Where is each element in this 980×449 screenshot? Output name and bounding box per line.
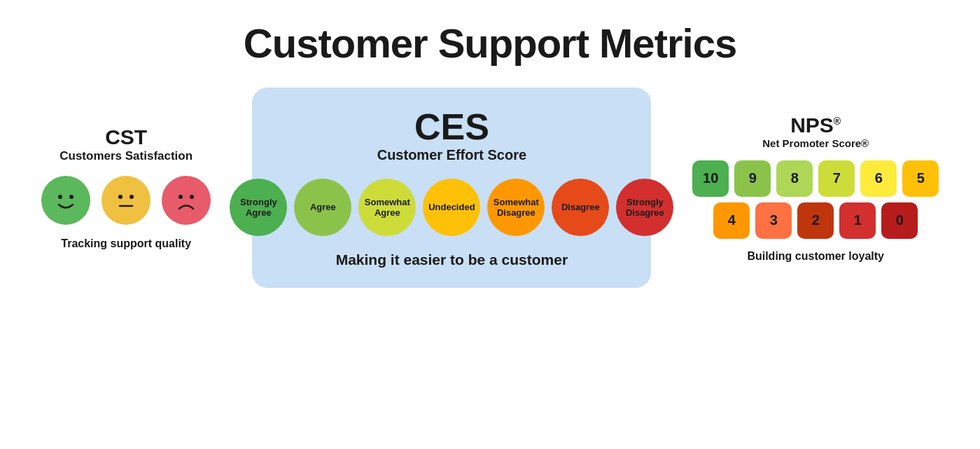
ces-circle: Somewhat Disagree: [487, 179, 545, 236]
cst-subtitle: Customers Satisfaction: [59, 149, 192, 163]
ces-circle: Strongly Agree: [230, 179, 287, 236]
nps-box: 1: [839, 202, 876, 239]
nps-box: 6: [860, 160, 897, 197]
cst-face-happy: [41, 176, 90, 225]
svg-point-8: [178, 195, 183, 199]
ces-subtitle: Customer Effort Score: [377, 147, 526, 163]
svg-point-2: [69, 195, 74, 199]
ces-circle: Undecided: [423, 179, 480, 236]
ces-circles-row: Strongly AgreeAgreeSomewhat AgreeUndecid…: [230, 179, 673, 236]
svg-point-0: [49, 184, 83, 217]
cst-footer: Tracking support quality: [61, 237, 191, 250]
nps-box: 5: [902, 160, 939, 197]
page-title: Customer Support Metrics: [244, 20, 736, 67]
cst-title: CST: [105, 125, 147, 149]
nps-box: 3: [755, 202, 792, 239]
svg-point-3: [109, 184, 143, 217]
cst-face-sad: [162, 176, 211, 225]
nps-subtitle: Net Promoter Score®: [762, 137, 869, 149]
nps-section: NPS® Net Promoter Score® 1098765 43210 B…: [693, 113, 938, 263]
ces-circle: Agree: [294, 179, 351, 236]
nps-box: 4: [713, 202, 750, 239]
cst-face-row: [41, 176, 211, 225]
nps-box: 7: [818, 160, 855, 197]
nps-box: 0: [881, 202, 918, 239]
nps-box: 2: [797, 202, 834, 239]
svg-point-9: [190, 195, 194, 199]
svg-point-5: [130, 195, 134, 199]
nps-footer: Building customer loyalty: [747, 250, 884, 263]
ces-circle: Strongly Disagree: [616, 179, 673, 236]
nps-box: 10: [692, 160, 729, 197]
nps-title: NPS®: [790, 113, 841, 137]
svg-point-7: [169, 184, 203, 217]
nps-row-1: 1098765: [692, 160, 939, 197]
ces-section: CES Customer Effort Score Strongly Agree…: [252, 88, 651, 288]
ces-circle: Disagree: [552, 179, 609, 236]
svg-point-1: [58, 195, 62, 199]
svg-point-4: [118, 195, 122, 199]
nps-grid: 1098765 43210: [692, 160, 939, 239]
main-content: CST Customers Satisfaction: [0, 88, 980, 288]
nps-box: 9: [734, 160, 771, 197]
ces-footer: Making it easier to be a customer: [336, 251, 568, 268]
ces-title: CES: [414, 107, 489, 147]
nps-box: 8: [776, 160, 813, 197]
nps-row-2: 43210: [692, 202, 939, 239]
cst-section: CST Customers Satisfaction: [42, 125, 210, 250]
cst-face-neutral: [102, 176, 150, 225]
ces-circle: Somewhat Agree: [358, 179, 416, 236]
